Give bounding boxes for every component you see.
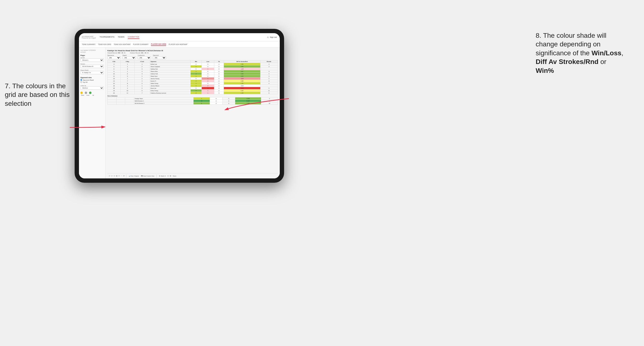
gender-select[interactable]: Women's (80, 58, 104, 62)
tab-team-h2h-heatmap[interactable]: TEAM H2H HEATMAP (114, 43, 131, 46)
cell-div: 3 (108, 63, 120, 65)
cell-name: Andrea York (150, 73, 190, 75)
annotation-left: 7. The colours in the grid are based on … (5, 82, 70, 108)
toolbar-icon3[interactable]: ⊞ (170, 175, 171, 177)
tab-team-summary[interactable]: TEAM SUMMARY (82, 43, 96, 46)
cell-reg: 3 (120, 68, 134, 70)
division-record-value: 331 - 34 - 6 (141, 52, 148, 54)
region-select[interactable]: (All) (122, 56, 136, 59)
toolbar-view-original[interactable]: 📊 View: Original (128, 175, 140, 177)
col-opponent: Opponent (150, 60, 190, 63)
top100-radio[interactable] (80, 81, 82, 83)
overall-record-value: 353 - 34 - 6 (118, 52, 125, 54)
opponents-played-radio[interactable] (80, 79, 82, 81)
colour-by-section: Colour by Win/loss Down Level Up (80, 85, 104, 96)
toolbar-share[interactable]: Share (172, 175, 177, 177)
cell-conf: 4 (134, 80, 150, 82)
toolbar-sep2 (156, 174, 157, 177)
grid-area: Katelyn Vo Head-to-Head Grid for Women's… (106, 48, 280, 178)
cell-conf (125, 97, 134, 100)
nav-sign-out[interactable]: Sign out (270, 36, 277, 39)
division-select[interactable]: NCAA Division III (80, 65, 104, 68)
cell-loss: 0 (202, 70, 214, 73)
conference-filter: Conference (All) (138, 55, 151, 59)
cell-reg: 1 (120, 63, 134, 65)
nav-tournaments[interactable]: TOURNAMENTS (100, 35, 114, 39)
cell-tie: 0 (214, 70, 224, 73)
toolbar-cut[interactable]: ✂ (118, 175, 120, 177)
tab-player-summary[interactable]: PLAYER SUMMARY (133, 43, 149, 46)
opponents-played-label: Opponents Played (83, 79, 94, 81)
cell-rounds: 3 (260, 70, 278, 73)
nav-teams[interactable]: TEAMS (118, 35, 124, 39)
toolbar-watch[interactable]: 👁 Watch ▾ (158, 175, 166, 177)
cell-win: 1 (191, 85, 202, 87)
region-filter: Region (All) (122, 55, 136, 59)
table-row: 6 3 3 Sydney Kuo 0 1 0 -1.00 (108, 68, 278, 70)
col-diff: Diff Av Strokes/Rnd (224, 60, 260, 63)
tab-team-h2h-grid[interactable]: TEAM H2H GRID (98, 43, 111, 46)
cell-loss: 1 (202, 89, 214, 92)
h2h-table: # Div # Reg # Conf Opponent Win Loss Tie… (107, 60, 278, 94)
cell-rounds: 4 (260, 73, 278, 75)
cell-div (108, 102, 116, 105)
toolbar-refresh[interactable]: ⟳ (123, 175, 125, 177)
dot-down (80, 92, 83, 94)
toolbar-more[interactable]: ··· (121, 175, 122, 177)
cell-loss: 0 (202, 75, 214, 77)
cell-name: Sharon Mun (150, 70, 190, 73)
cell-diff: -3.00 (224, 77, 260, 80)
toolbar-grid[interactable]: ⊞ (116, 175, 118, 177)
cell-reg: 2 (120, 65, 134, 68)
table-row: 15 8 5 Stella Cheng 1 0 0 1.25 4 (108, 82, 278, 85)
tab-player-h2h-grid[interactable]: PLAYER H2H GRID (151, 43, 166, 46)
cell-div: 5 (108, 65, 120, 68)
cell-div: 16 (108, 85, 120, 87)
cell-rounds (260, 85, 278, 87)
cell-name: Stella Cheng (150, 82, 190, 85)
colour-by-select[interactable]: Win/loss (80, 86, 104, 90)
cell-win: 2 (191, 73, 202, 75)
toolbar-redo[interactable]: ↪ (114, 175, 115, 177)
cell-name: NAIA Division 1 (134, 100, 193, 102)
player-rank-select[interactable]: 8. Katelyn Vo (80, 71, 104, 74)
toolbar-icon2[interactable]: ⊙ (167, 175, 169, 177)
cell-conf: 3 (134, 73, 150, 75)
opponent-label: Opponent (153, 55, 166, 56)
cell-win: 5 (193, 102, 210, 105)
toolbar-sep1 (126, 174, 126, 177)
cell-conf: 5 (134, 82, 150, 85)
cell-name: Foreign Team (134, 97, 193, 100)
cell-name: Sydney Kuo (150, 68, 190, 70)
table-row: 19 10 6 Emily Chang 4 1 0 0.30 11 (108, 89, 278, 92)
cell-tie: 0 (214, 75, 224, 77)
cell-win: 4 (191, 89, 202, 92)
table-row: 10 6 3 Andrea York 2 0 0 4.00 4 (108, 73, 278, 75)
cell-rounds: 4 (260, 63, 278, 65)
cell-div: 19 (108, 89, 120, 92)
cell-conf: 1 (134, 85, 150, 87)
nav-committee[interactable]: COMMITTEE (128, 35, 140, 39)
cell-win: 0 (191, 77, 202, 80)
toolbar: ↩ ↩ ↪ ⊞ ✂ ··· ⟳ 📊 View: Original 💾 Save … (107, 173, 278, 178)
toolbar-undo[interactable]: ↩ (109, 175, 110, 177)
cell-tie: 1 (214, 63, 224, 65)
cell-tie: 0 (214, 80, 224, 82)
table-row: 5 2 2 Alexis Sudjianto 1 0 0 4.00 3 (108, 65, 278, 68)
toolbar-undo2[interactable]: ↩ (111, 175, 113, 177)
cell-conf: 6 (134, 89, 150, 92)
cell-diff: 0.38 (224, 80, 260, 82)
cell-rounds (260, 68, 278, 70)
table-row: 14 7 4 Eunice Yi 2 2 0 0.38 9 (108, 80, 278, 82)
cell-reg: 11 (120, 92, 134, 94)
toolbar-save-custom[interactable]: 💾 Save Custom View (140, 175, 155, 177)
cell-loss: 0 (202, 73, 214, 75)
main-content: Last Updated: 27/03/2024 16:55:38 Player… (79, 48, 280, 178)
cell-rounds: 2 (260, 87, 278, 89)
opponent-select[interactable]: (All) (153, 56, 166, 59)
conference-select[interactable]: (All) (138, 56, 151, 59)
sidebar-timestamp: Last Updated: 27/03/2024 16:55:38 (80, 49, 104, 53)
tab-player-h2h-heatmap[interactable]: PLAYER H2H HEATMAP (168, 43, 187, 46)
cell-div: 13 (108, 77, 120, 80)
opponents-select[interactable]: (All) (107, 56, 120, 59)
